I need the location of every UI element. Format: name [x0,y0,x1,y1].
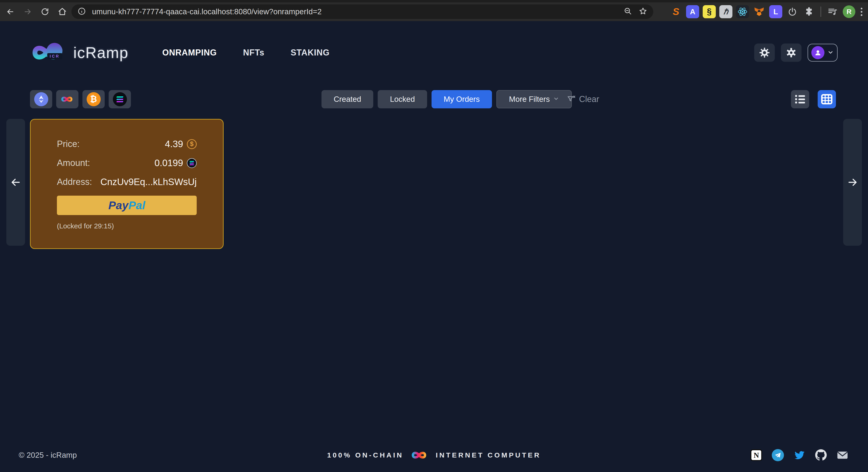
nav-onramping[interactable]: ONRAMPING [162,48,217,58]
react-devtools-icon[interactable] [736,5,749,18]
browser-menu-icon[interactable] [859,8,864,16]
price-row: Price: 4.39 $ [57,139,197,149]
twitter-icon[interactable] [793,449,806,462]
power-icon[interactable] [786,5,799,18]
solana-coin-icon [187,158,197,168]
onchain-banner: 100% ON-CHAIN INTERNET COMPUTER [327,450,541,460]
notion-icon[interactable]: N [750,449,763,462]
url-text[interactable]: umunu-kh777-77774-qaaca-cai.localhost:80… [92,7,322,16]
chevron-down-icon [827,49,834,57]
paypal-pay-button[interactable]: PayPal [57,196,197,215]
internet-computer-icon [60,95,75,103]
user-avatar-icon [811,46,825,59]
filter-locked-button[interactable]: Locked [378,90,427,108]
extensions-puzzle-icon[interactable] [802,5,815,18]
forward-icon[interactable] [23,6,33,17]
amount-row: Amount: 0.0199 [57,158,197,168]
brand-name: icRamp [73,44,129,62]
ethereum-filter-chip[interactable] [30,90,52,108]
locked-timer-note: (Locked for 29:15) [57,222,197,230]
copyright-text: © 2025 - icRamp [19,451,77,460]
telegram-icon[interactable] [772,449,784,462]
browser-toolbar: umunu-kh777-77774-qaaca-cai.localhost:80… [0,2,868,21]
onchain-label: 100% ON-CHAIN [327,451,403,459]
internet-computer-icon [409,450,430,460]
github-icon[interactable] [815,449,827,462]
metamask-fox-icon[interactable] [752,5,766,18]
settings-sun-gear-button[interactable] [754,43,775,62]
app-header: ICR icRamp ONRAMPING NFTs STAKING [0,21,868,84]
nav-staking[interactable]: STAKING [290,48,330,58]
address-value: CnzUv9Eq...kLhSWsUj [100,177,197,187]
grid-view-button[interactable] [818,90,836,108]
bitcoin-icon: ₿ [87,92,101,106]
internet-computer-label: INTERNET COMPUTER [436,451,541,459]
reload-icon[interactable] [40,6,50,17]
view-toggles [791,90,836,108]
account-menu-button[interactable] [808,44,838,62]
bookmark-star-icon[interactable] [639,7,647,16]
browser-window: umunu-kh777-77774-qaaca-cai.localhost:80… [0,0,868,472]
extension-section-icon[interactable]: § [703,5,716,18]
bitcoin-filter-chip[interactable]: ₿ [83,90,105,108]
arrow-left-icon [9,176,22,189]
filter-x-icon [567,95,576,104]
icramp-logo-icon: ICR [28,41,69,64]
window-top-strip [0,0,868,2]
status-filters: Created Locked My Orders More Filters [321,90,572,108]
browser-profile-avatar[interactable]: R [843,5,855,18]
address-row: Address: CnzUv9Eq...kLhSWsUj [57,177,197,187]
more-filters-button[interactable]: More Filters [496,90,572,108]
extension-l-icon[interactable]: L [769,5,782,18]
crypto-filter-chips: ₿ [30,90,131,108]
clear-filters-button[interactable]: Clear [567,90,599,108]
brand-logo[interactable]: ICR icRamp [28,41,129,64]
media-controls-icon[interactable] [826,5,839,18]
list-view-icon [795,95,805,103]
list-view-button[interactable] [791,90,809,108]
nav-nfts[interactable]: NFTs [243,48,265,58]
amount-label: Amount: [57,158,90,168]
back-icon[interactable] [5,6,16,17]
extension-a-icon[interactable]: A [686,5,699,18]
order-card: Price: 4.39 $ Amount: 0.0199 Address: Cn… [30,119,224,249]
svg-text:ICR: ICR [50,54,60,59]
carousel-next-button[interactable] [843,119,862,246]
price-value: 4.39 [165,139,183,149]
extensions-row: S A § ℏ L [670,2,864,21]
filter-created-button[interactable]: Created [321,90,373,108]
price-label: Price: [57,139,80,149]
internet-computer-filter-chip[interactable] [56,90,79,108]
sun-gear-icon [759,47,770,58]
filter-my-orders-button[interactable]: My Orders [432,90,492,108]
extension-hashpack-icon[interactable]: ℏ [719,5,733,18]
solana-icon [113,92,127,106]
toolbar-separator [820,6,821,17]
ethereum-icon [34,92,48,106]
address-bar[interactable]: umunu-kh777-77774-qaaca-cai.localhost:80… [71,4,653,19]
solana-filter-chip[interactable] [108,90,131,108]
grid-view-icon [821,94,832,104]
home-icon[interactable] [57,6,67,17]
extension-s-icon[interactable]: S [670,5,683,18]
carousel-prev-button[interactable] [6,119,25,246]
gear-icon [786,47,797,58]
page-footer: © 2025 - icRamp 100% ON-CHAIN INTERNET C… [0,446,868,465]
dollar-coin-icon: $ [187,139,197,149]
main-nav: ONRAMPING NFTs STAKING [162,48,330,58]
address-label: Address: [57,177,92,187]
paypal-logo: Pay [108,199,128,212]
arrow-right-icon [846,176,859,189]
amount-value: 0.0199 [155,158,183,168]
email-icon[interactable] [836,449,849,462]
site-info-icon[interactable] [78,7,86,16]
settings-gear-button[interactable] [781,43,802,62]
zoom-out-icon[interactable] [624,7,632,16]
chevron-down-icon [553,95,559,104]
filter-bar: ₿ Created Locked My Orders More Filters [0,90,868,108]
social-links: N [750,449,849,462]
